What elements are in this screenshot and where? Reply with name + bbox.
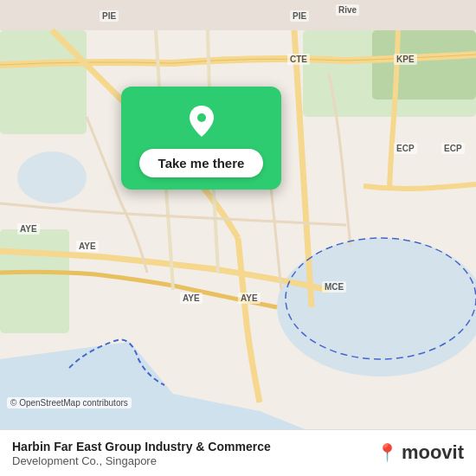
svg-rect-7 [0, 229, 69, 333]
location-pin-icon [183, 102, 221, 140]
location-title: Harbin Far East Group Industry & Commerc… [12, 439, 376, 454]
svg-rect-6 [372, 30, 476, 100]
svg-rect-4 [0, 30, 87, 134]
moovit-pin-icon: 📍 [376, 442, 398, 463]
take-me-there-button[interactable]: Take me there [139, 149, 264, 177]
bottom-bar: Harbin Far East Group Industry & Commerc… [0, 429, 476, 476]
location-subtitle: Development Co., Singapore [12, 454, 376, 467]
svg-point-9 [197, 113, 206, 122]
osm-attribution: © OpenStreetMap contributors [7, 397, 132, 408]
location-info: Harbin Far East Group Industry & Commerc… [12, 439, 376, 467]
moovit-logo-text: moovit [402, 441, 464, 464]
popup-card: Take me there [121, 87, 281, 190]
svg-point-3 [17, 151, 87, 203]
map-container: PIE PIE CTE KPE ECP ECP AYE AYE AYE AYE … [0, 0, 476, 476]
moovit-logo: 📍 moovit [376, 441, 464, 464]
